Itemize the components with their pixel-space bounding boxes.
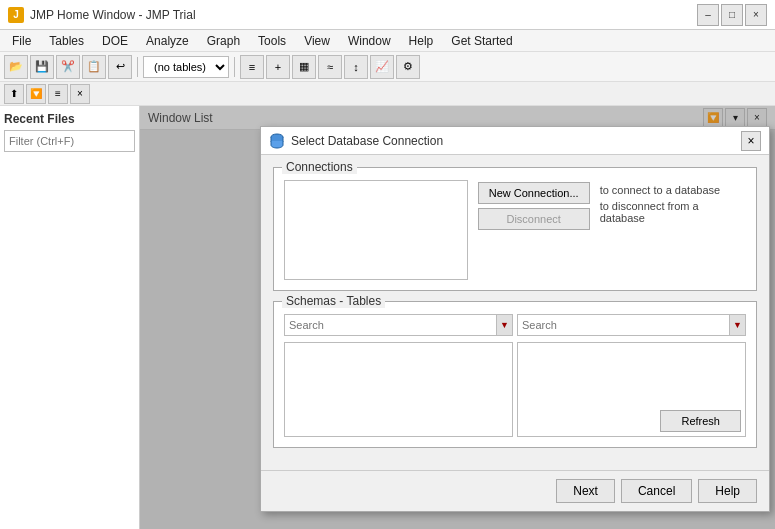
menu-tables[interactable]: Tables: [41, 32, 92, 50]
dialog-footer: Next Cancel Help: [261, 470, 769, 511]
toolbar2-btn-4[interactable]: ×: [70, 84, 90, 104]
dialog-overlay: Select Database Connection × Connections…: [140, 106, 775, 529]
toolbar: 📂 💾 ✂️ 📋 ↩ (no tables) ≡ + ▦ ≈ ↕ 📈 ⚙: [0, 52, 775, 82]
sidebar-title: Recent Files: [4, 110, 135, 130]
schemas-list-right-inner: Refresh: [518, 343, 745, 436]
toolbar-btn-10[interactable]: ↕: [344, 55, 368, 79]
menu-get-started[interactable]: Get Started: [443, 32, 520, 50]
dialog-title-text: Select Database Connection: [291, 134, 443, 148]
toolbar-separator-1: [137, 57, 138, 77]
toolbar-btn-12[interactable]: ⚙: [396, 55, 420, 79]
tables-dropdown[interactable]: (no tables): [143, 56, 229, 78]
new-connection-help: to connect to a database: [600, 184, 746, 196]
schemas-search-right-dropdown[interactable]: ▼: [729, 315, 745, 335]
schemas-search-left-dropdown[interactable]: ▼: [496, 315, 512, 335]
menu-graph[interactable]: Graph: [199, 32, 248, 50]
schemas-inner: ▼ ▼ Refre: [284, 314, 746, 437]
menu-file[interactable]: File: [4, 32, 39, 50]
schemas-group: Schemas - Tables ▼ ▼: [273, 301, 757, 448]
title-bar-left: J JMP Home Window - JMP Trial: [8, 7, 196, 23]
menu-help[interactable]: Help: [401, 32, 442, 50]
toolbar-btn-7[interactable]: +: [266, 55, 290, 79]
maximize-button[interactable]: □: [721, 4, 743, 26]
minimize-button[interactable]: –: [697, 4, 719, 26]
toolbar-btn-5[interactable]: ↩: [108, 55, 132, 79]
menu-bar: File Tables DOE Analyze Graph Tools View…: [0, 30, 775, 52]
toolbar-btn-11[interactable]: 📈: [370, 55, 394, 79]
toolbar-btn-1[interactable]: 📂: [4, 55, 28, 79]
menu-doe[interactable]: DOE: [94, 32, 136, 50]
disconnect-help: to disconnect from a database: [600, 200, 746, 224]
connections-group-label: Connections: [282, 160, 357, 174]
connections-help: to connect to a database to disconnect f…: [600, 180, 746, 224]
connections-buttons: New Connection... Disconnect: [478, 180, 590, 230]
menu-analyze[interactable]: Analyze: [138, 32, 197, 50]
toolbar2-btn-1[interactable]: ⬆: [4, 84, 24, 104]
connections-group: Connections New Connection... Disconnect…: [273, 167, 757, 291]
schemas-lists: Refresh: [284, 342, 746, 437]
menu-tools[interactable]: Tools: [250, 32, 294, 50]
select-database-dialog: Select Database Connection × Connections…: [260, 126, 770, 512]
toolbar2-btn-2[interactable]: 🔽: [26, 84, 46, 104]
dialog-close-button[interactable]: ×: [741, 131, 761, 151]
toolbar-btn-4[interactable]: 📋: [82, 55, 106, 79]
toolbar2-btn-3[interactable]: ≡: [48, 84, 68, 104]
schemas-group-label: Schemas - Tables: [282, 294, 385, 308]
dialog-titlebar: Select Database Connection ×: [261, 127, 769, 155]
connections-list: [284, 180, 468, 280]
dialog-titlebar-left: Select Database Connection: [269, 133, 443, 149]
toolbar-btn-3[interactable]: ✂️: [56, 55, 80, 79]
toolbar-btn-8[interactable]: ▦: [292, 55, 316, 79]
sidebar-filter-input[interactable]: [4, 130, 135, 152]
next-button[interactable]: Next: [556, 479, 615, 503]
menu-window[interactable]: Window: [340, 32, 399, 50]
database-icon: [269, 133, 285, 149]
schemas-search-left-wrap: ▼: [284, 314, 513, 336]
toolbar-separator-2: [234, 57, 235, 77]
title-bar: J JMP Home Window - JMP Trial – □ ×: [0, 0, 775, 30]
toolbar-btn-2[interactable]: 💾: [30, 55, 54, 79]
refresh-button[interactable]: Refresh: [660, 410, 741, 432]
toolbar-btn-6[interactable]: ≡: [240, 55, 264, 79]
new-connection-button[interactable]: New Connection...: [478, 182, 590, 204]
schemas-search-right-wrap: ▼: [517, 314, 746, 336]
schemas-search-right[interactable]: [518, 319, 729, 331]
window-controls: – □ ×: [697, 4, 767, 26]
schemas-search-left[interactable]: [285, 319, 496, 331]
toolbar2: ⬆ 🔽 ≡ ×: [0, 82, 775, 106]
close-button[interactable]: ×: [745, 4, 767, 26]
schemas-list-left: [284, 342, 513, 437]
connections-inner: New Connection... Disconnect to connect …: [284, 180, 746, 280]
cancel-button[interactable]: Cancel: [621, 479, 692, 503]
schemas-list-right: Refresh: [517, 342, 746, 437]
window-title: JMP Home Window - JMP Trial: [30, 8, 196, 22]
toolbar-btn-9[interactable]: ≈: [318, 55, 342, 79]
app-icon: J: [8, 7, 24, 23]
schemas-search-row: ▼ ▼: [284, 314, 746, 336]
menu-view[interactable]: View: [296, 32, 338, 50]
content-area: Window List 🔽 ▾ × S: [140, 106, 775, 529]
dialog-body: Connections New Connection... Disconnect…: [261, 155, 769, 470]
help-button[interactable]: Help: [698, 479, 757, 503]
sidebar: Recent Files: [0, 106, 140, 529]
disconnect-button[interactable]: Disconnect: [478, 208, 590, 230]
main-area: Recent Files Window List 🔽 ▾ ×: [0, 106, 775, 529]
